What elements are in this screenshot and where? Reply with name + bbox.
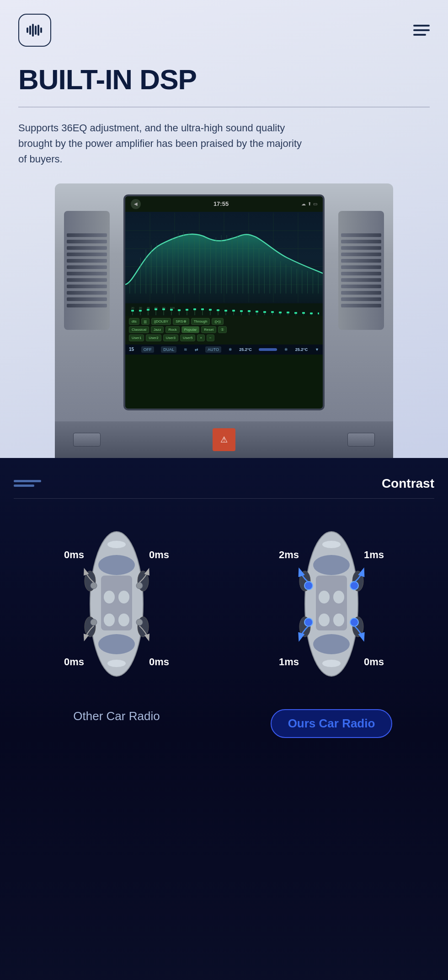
ours-car-label[interactable]: Ours Car Radio bbox=[271, 709, 393, 738]
svg-point-110 bbox=[98, 555, 135, 575]
contrast-label: Contrast bbox=[382, 476, 434, 491]
dash-btn-right[interactable] bbox=[347, 433, 375, 447]
svg-rect-87 bbox=[155, 308, 157, 310]
eq-user5-btn[interactable]: User5 bbox=[180, 334, 195, 341]
eq-srs-btn[interactable]: SRS⊕ bbox=[173, 318, 189, 325]
fan-dual-btn[interactable]: DUAL bbox=[161, 346, 176, 353]
svg-point-133 bbox=[313, 555, 350, 575]
dash-bottom-row: ⚠ bbox=[55, 421, 393, 458]
svg-rect-96 bbox=[224, 310, 227, 312]
svg-rect-103 bbox=[279, 312, 282, 313]
svg-rect-5 bbox=[40, 27, 42, 33]
svg-rect-107 bbox=[310, 312, 313, 314]
svg-rect-98 bbox=[240, 310, 243, 312]
eq-btn-row-2: Classical Jazz Rock Popular Reset ① bbox=[129, 326, 319, 333]
svg-rect-97 bbox=[232, 310, 235, 312]
svg-point-126 bbox=[107, 660, 126, 667]
svg-rect-89 bbox=[170, 309, 173, 311]
eq-sliders-svg: 20 30 45 60 80 100 bbox=[129, 304, 319, 315]
svg-point-147 bbox=[350, 618, 358, 626]
contrast-divider bbox=[14, 498, 434, 499]
other-car-top-view: 0ms 0ms 0ms 0ms bbox=[64, 522, 169, 695]
eq-plus-btn[interactable]: + bbox=[197, 334, 205, 341]
eq-btn-row-1: dts ||| ||DOLBY SRS⊕ Through ((•)) bbox=[129, 318, 319, 325]
eq-btn-row-3: User1 User2 User3 User5 + − bbox=[129, 334, 319, 341]
svg-point-124 bbox=[136, 619, 143, 625]
screen-icons: ☁⬆▭ bbox=[301, 201, 317, 206]
subtitle-text: Supports 36EQ adjustment, and the ultra-… bbox=[18, 120, 311, 167]
eq-user3-btn[interactable]: User3 bbox=[163, 334, 178, 341]
temp-left: 25.2°C bbox=[239, 347, 252, 352]
contrast-header: Contrast bbox=[14, 476, 434, 491]
svg-point-139 bbox=[333, 614, 344, 626]
eq-slider-row: 20 30 45 60 80 100 bbox=[125, 303, 323, 316]
ours-car-svg bbox=[279, 522, 384, 695]
other-car-illustration bbox=[80, 522, 153, 686]
svg-point-136 bbox=[319, 591, 330, 603]
eq-sub-btn[interactable]: ((•)) bbox=[212, 318, 223, 325]
svg-rect-88 bbox=[162, 308, 165, 310]
page-title: BUILT-IN DSP bbox=[18, 63, 430, 96]
eq-reset-btn[interactable]: Reset bbox=[201, 326, 216, 333]
eq-dts-btn[interactable]: dts bbox=[129, 318, 139, 325]
svg-point-148 bbox=[322, 541, 341, 548]
svg-rect-4 bbox=[37, 25, 39, 36]
eq-chart bbox=[125, 212, 323, 303]
svg-point-145 bbox=[350, 582, 358, 590]
right-vent bbox=[338, 211, 384, 330]
svg-rect-108 bbox=[318, 312, 319, 314]
car-dash-wrapper: ◀ 17:55 ☁⬆▭ bbox=[55, 183, 393, 458]
svg-rect-104 bbox=[287, 312, 289, 313]
eq-rock-btn[interactable]: Rock bbox=[165, 326, 179, 333]
svg-rect-93 bbox=[201, 308, 204, 310]
other-car-label: Other Car Radio bbox=[73, 709, 160, 723]
eq-user1-btn[interactable]: User1 bbox=[129, 334, 144, 341]
eq-user2-btn[interactable]: User2 bbox=[146, 334, 161, 341]
svg-point-123 bbox=[91, 619, 97, 625]
svg-point-116 bbox=[118, 614, 129, 626]
eq-popular-btn[interactable]: Popular bbox=[181, 326, 200, 333]
svg-text:20: 20 bbox=[131, 307, 134, 309]
dash-btn-left[interactable] bbox=[73, 433, 101, 447]
svg-rect-100 bbox=[256, 311, 258, 312]
eq-dolby-btn[interactable]: ||DOLBY bbox=[151, 318, 171, 325]
svg-point-114 bbox=[118, 591, 129, 603]
svg-rect-95 bbox=[217, 309, 219, 311]
fan-auto-btn[interactable]: AUTO bbox=[205, 346, 221, 353]
eq-through-btn[interactable]: Through bbox=[191, 318, 210, 325]
eq-bbb-btn[interactable]: ||| bbox=[141, 318, 149, 325]
dsp-screen-container: ◀ 17:55 ☁⬆▭ bbox=[18, 183, 430, 458]
hazard-button[interactable]: ⚠ bbox=[213, 428, 235, 451]
svg-point-111 bbox=[98, 634, 135, 654]
ours-car-illustration bbox=[295, 522, 368, 686]
eq-jazz-btn[interactable]: Jazz bbox=[151, 326, 164, 333]
eq-circle1-btn[interactable]: ① bbox=[218, 326, 227, 333]
dsp-screen: ◀ 17:55 ☁⬆▭ bbox=[123, 194, 325, 410]
eq-minus-btn[interactable]: − bbox=[207, 334, 214, 341]
temp-right: 25.2°C bbox=[295, 347, 308, 352]
svg-rect-1 bbox=[29, 26, 31, 35]
bottom-section: Contrast 0ms 0ms 0ms 0ms bbox=[0, 458, 448, 980]
svg-rect-3 bbox=[35, 26, 37, 35]
eq-controls: dts ||| ||DOLBY SRS⊕ Through ((•)) Class… bbox=[125, 316, 323, 345]
left-vent bbox=[64, 211, 110, 330]
screen-back-btn[interactable]: ◀ bbox=[131, 199, 141, 209]
svg-point-122 bbox=[136, 582, 143, 589]
svg-rect-105 bbox=[294, 312, 297, 314]
top-section: BUILT-IN DSP Supports 36EQ adjustment, a… bbox=[0, 0, 448, 458]
svg-point-125 bbox=[107, 541, 126, 548]
svg-rect-2 bbox=[32, 24, 34, 37]
svg-rect-94 bbox=[209, 309, 212, 311]
svg-rect-84 bbox=[131, 310, 134, 312]
eq-classical-btn[interactable]: Classical bbox=[129, 326, 149, 333]
hamburger-button[interactable] bbox=[413, 25, 430, 36]
svg-point-144 bbox=[304, 582, 313, 590]
eq-chart-svg bbox=[125, 212, 323, 303]
svg-rect-0 bbox=[27, 27, 28, 33]
fan-off-btn[interactable]: OFF bbox=[141, 346, 154, 353]
svg-point-115 bbox=[104, 614, 115, 626]
temp-slider[interactable] bbox=[259, 348, 277, 351]
svg-rect-90 bbox=[178, 309, 181, 311]
svg-rect-101 bbox=[263, 311, 266, 313]
fan-number: 15 bbox=[129, 347, 134, 352]
